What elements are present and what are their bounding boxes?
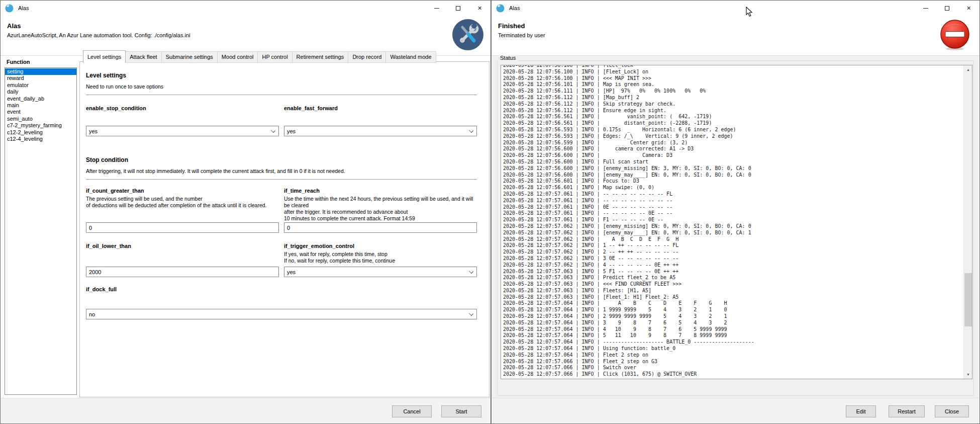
maximize-button[interactable] bbox=[447, 1, 469, 16]
function-list-item[interactable]: main bbox=[5, 102, 76, 109]
tab[interactable]: Submarine settings bbox=[162, 51, 218, 63]
log-line: 2020-05-28 12:07:56.600 | INFO | Camera:… bbox=[503, 152, 962, 159]
tab[interactable]: Level settings bbox=[83, 50, 126, 63]
function-list-item[interactable]: event bbox=[5, 109, 76, 115]
field-if-dock-full: if_dock_full no bbox=[86, 286, 477, 319]
log-output[interactable]: 2020-05-28 12:07:56.100 | INFO | fleet_l… bbox=[501, 65, 972, 379]
log-line: 2020-05-28 12:07:57.064 | INFO | 4 10 9 … bbox=[503, 326, 962, 333]
log-line: 2020-05-28 12:07:57.063 | INFO | <<< FIN… bbox=[503, 281, 962, 288]
log-footer: Edit Restart Close bbox=[492, 398, 979, 423]
scrollbar-thumb[interactable] bbox=[964, 273, 972, 326]
alas-app-icon bbox=[496, 4, 505, 13]
config-header: Alas AzurLaneAutoScript, An Azur Lane au… bbox=[1, 16, 491, 56]
field-if-count-greater-than: if_count_greater_than The previous setti… bbox=[86, 188, 279, 233]
scroll-up-icon[interactable]: ▲ bbox=[964, 65, 972, 74]
log-line: 2020-05-28 12:07:57.061 | INFO | -- -- -… bbox=[503, 191, 962, 198]
if-dock-full-select[interactable]: no bbox=[86, 309, 477, 319]
close-button[interactable]: Close bbox=[935, 405, 969, 417]
log-line: 2020-05-28 12:07:56.600 | INFO | Full sc… bbox=[503, 159, 962, 165]
tab[interactable]: Mood control bbox=[218, 51, 258, 63]
start-button[interactable]: Start bbox=[441, 405, 481, 417]
log-line: 2020-05-28 12:07:57.063 | INFO | Fleets:… bbox=[503, 288, 962, 294]
log-line: 2020-05-28 12:07:56.601 | INFO | Focus t… bbox=[503, 178, 962, 185]
field-label: if_count_greater_than bbox=[86, 188, 279, 194]
titlebar[interactable]: Alas ✕ bbox=[1, 1, 491, 16]
log-line: 2020-05-28 12:07:56.100 | INFO | [Fleet_… bbox=[503, 69, 962, 75]
enable-fast-forward-select[interactable]: yes bbox=[284, 126, 477, 136]
log-line: 2020-05-28 12:07:56.112 | INFO | [Map_bu… bbox=[503, 95, 962, 101]
log-line: 2020-05-28 12:07:57.061 | INFO | 0E -- -… bbox=[503, 204, 962, 211]
section-title-stop-condition: Stop condition bbox=[86, 156, 477, 163]
enable-stop-condition-select[interactable]: yes bbox=[86, 126, 279, 136]
function-list-item[interactable]: semi_auto bbox=[5, 116, 76, 122]
log-line: 2020-05-28 12:07:56.112 | INFO | Ensure … bbox=[503, 108, 962, 114]
chevron-down-icon bbox=[469, 311, 473, 316]
if-count-greater-than-input[interactable] bbox=[86, 222, 279, 233]
field-label: if_trigger_emotion_control bbox=[284, 243, 477, 249]
log-line: 2020-05-28 12:07:57.064 | INFO | Using f… bbox=[503, 346, 962, 352]
if-time-reach-input[interactable] bbox=[284, 222, 477, 233]
function-list-item[interactable]: c12-4_leveling bbox=[5, 136, 76, 142]
log-line: 2020-05-28 12:07:56.600 | INFO | [enemy_… bbox=[503, 165, 962, 172]
function-list-item[interactable]: c12-2_leveling bbox=[5, 129, 76, 136]
log-line: 2020-05-28 12:07:56.593 | INFO | 0.175s … bbox=[503, 127, 962, 133]
field-label: if_time_reach bbox=[284, 188, 477, 194]
status-label: Status bbox=[498, 55, 518, 61]
log-body: Status 2020-05-28 12:07:56.100 | INFO | … bbox=[492, 56, 979, 398]
scroll-down-icon[interactable]: ▼ bbox=[964, 370, 972, 379]
function-list-item[interactable]: daily bbox=[5, 89, 76, 95]
log-line: 2020-05-28 12:07:57.062 | INFO | 2 -- ++… bbox=[503, 249, 962, 256]
tab[interactable]: HP control bbox=[258, 51, 292, 63]
log-line: 2020-05-28 12:07:57.066 | INFO | Switch … bbox=[503, 365, 962, 371]
function-list-item[interactable]: emulator bbox=[5, 82, 76, 89]
log-line: 2020-05-28 12:07:57.062 | INFO | [enemy_… bbox=[503, 223, 962, 230]
run-status-title: Finished bbox=[498, 22, 525, 30]
field-label: if_dock_full bbox=[86, 286, 477, 292]
divider bbox=[86, 95, 477, 95]
close-window-button[interactable]: ✕ bbox=[469, 1, 491, 16]
titlebar[interactable]: Alas ✕ bbox=[492, 1, 979, 16]
app-subtitle: AzurLaneAutoScript, An Azur Lane automat… bbox=[7, 32, 190, 38]
section-desc-level-settings: Need to run once to save options bbox=[86, 83, 477, 90]
function-list[interactable]: settingrewardemulatordailyevent_daily_ab… bbox=[5, 67, 77, 395]
minimize-button[interactable] bbox=[915, 1, 936, 16]
tab[interactable]: Wasteland mode bbox=[386, 51, 436, 63]
field-desc: Use the time within the next 24 hours, t… bbox=[284, 196, 477, 222]
log-line: 2020-05-28 12:07:57.062 | INFO | [enemy_… bbox=[503, 230, 962, 236]
field-enable-fast-forward: enable_fast_forward yes bbox=[284, 105, 477, 136]
if-trigger-emotion-control-select[interactable]: yes bbox=[284, 267, 477, 277]
tab-strip[interactable]: Level settingsAttack fleetSubmarine sett… bbox=[83, 51, 436, 63]
function-list-item[interactable]: event_daily_ab bbox=[5, 96, 76, 102]
restart-button[interactable]: Restart bbox=[889, 405, 925, 417]
function-list-item[interactable]: setting bbox=[5, 68, 76, 75]
if-oil-lower-than-input[interactable] bbox=[86, 267, 279, 277]
edit-button[interactable]: Edit bbox=[846, 405, 876, 417]
cancel-button[interactable]: Cancel bbox=[392, 405, 432, 417]
maximize-icon bbox=[456, 6, 460, 11]
select-value: yes bbox=[287, 128, 296, 134]
log-line: 2020-05-28 12:07:56.100 | INFO | fleet_l… bbox=[503, 65, 962, 69]
function-list-item[interactable]: c7-2_mystery_farming bbox=[5, 122, 76, 129]
log-line: 2020-05-28 12:07:57.064 | INFO | 1 9999 … bbox=[503, 307, 962, 313]
section-desc-stop-condition: After triggering, it will not stop immed… bbox=[86, 168, 477, 174]
log-scrollbar[interactable]: ▲ ▼ bbox=[963, 65, 972, 379]
function-list-item[interactable]: reward bbox=[5, 75, 76, 81]
field-if-oil-lower-than: if_oil_lower_than bbox=[86, 243, 279, 277]
minimize-button[interactable] bbox=[426, 1, 447, 16]
alas-log-window: Alas ✕ Finished Terminated by user S bbox=[491, 0, 980, 424]
chevron-down-icon bbox=[469, 269, 473, 274]
tab[interactable]: Retirement settings bbox=[292, 51, 349, 63]
log-line: 2020-05-28 12:07:56.600 | INFO | [enemy_… bbox=[503, 172, 962, 179]
log-line: 2020-05-28 12:07:57.062 | INFO | 4 -- --… bbox=[503, 262, 962, 269]
log-line: 2020-05-28 12:07:57.066 | INFO | Click (… bbox=[503, 371, 962, 378]
maximize-button[interactable] bbox=[936, 1, 958, 16]
window-title: Alas bbox=[509, 5, 520, 11]
run-status-subtitle: Terminated by user bbox=[498, 32, 545, 38]
log-line: 2020-05-28 12:07:56.593 | INFO | Edges: … bbox=[503, 133, 962, 140]
close-window-button[interactable]: ✕ bbox=[958, 1, 979, 16]
tab[interactable]: Attack fleet bbox=[126, 51, 161, 63]
stopped-icon bbox=[939, 19, 971, 51]
log-line: 2020-05-28 12:07:57.063 | INFO | Predict… bbox=[503, 275, 962, 281]
log-line: 2020-05-28 12:07:57.061 | INFO | -- -- -… bbox=[503, 210, 962, 217]
tab[interactable]: Drop record bbox=[348, 51, 386, 63]
